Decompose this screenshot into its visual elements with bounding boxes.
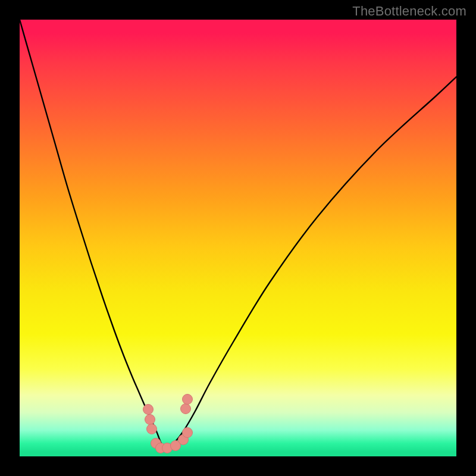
- curve-layer: [20, 20, 456, 447]
- chart-frame: TheBottleneck.com: [0, 0, 476, 476]
- plot-area: [20, 20, 456, 456]
- valley-marker: [147, 424, 157, 434]
- watermark-text: TheBottleneck.com: [352, 4, 466, 19]
- valley-marker: [183, 428, 193, 438]
- bottleneck-curve: [20, 20, 456, 447]
- valley-marker: [181, 404, 191, 414]
- valley-markers: [143, 394, 193, 453]
- chart-svg: [20, 20, 456, 456]
- valley-marker: [183, 394, 193, 405]
- valley-marker: [145, 415, 155, 425]
- valley-marker: [143, 405, 154, 415]
